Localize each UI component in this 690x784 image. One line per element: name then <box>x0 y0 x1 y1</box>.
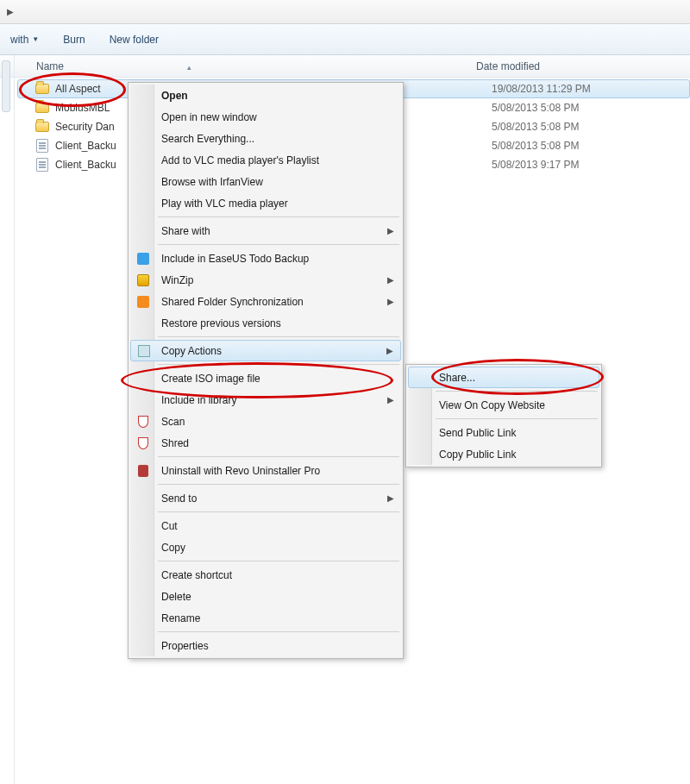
context-menu-label: Open <box>161 90 188 102</box>
context-menu-label: Shared Folder Synchronization <box>161 296 304 308</box>
context-menu-item[interactable]: Delete <box>130 586 401 607</box>
easeus-icon <box>135 251 151 267</box>
column-header-name[interactable]: Name ▴ <box>36 60 476 72</box>
context-menu-item[interactable]: Shred <box>130 432 401 454</box>
context-menu-label: Restore previous versions <box>161 317 281 329</box>
context-menu-item[interactable]: Restore previous versions <box>130 312 401 334</box>
context-menu-label: View On Copy Website <box>439 399 545 411</box>
context-menu-item[interactable]: Browse with IrfanView <box>130 171 401 192</box>
toolbar-burn-label: Burn <box>63 34 85 46</box>
file-icon <box>34 139 50 153</box>
context-menu-item[interactable]: Send Public Link <box>408 422 599 443</box>
context-menu-item[interactable]: WinZip▶ <box>130 269 401 291</box>
file-date: 5/08/2013 5:08 PM <box>492 140 579 152</box>
context-menu-item[interactable]: Share... <box>408 367 599 388</box>
context-menu-item[interactable]: Include in EaseUS Todo Backup <box>130 248 401 269</box>
context-menu-item[interactable]: Share with▶ <box>130 220 401 241</box>
context-menu-separator <box>158 336 399 337</box>
breadcrumb-chevron-icon: ▶ <box>7 7 14 16</box>
context-menu-label: Include in library <box>161 394 236 406</box>
shield-icon <box>135 414 151 430</box>
context-menu-label: Create ISO image file <box>161 373 260 385</box>
column-name-label: Name <box>36 60 64 72</box>
toolbar-with-dropdown[interactable]: with ▼ <box>5 30 44 49</box>
context-menu: OpenOpen in new windowSearch Everything.… <box>128 82 404 659</box>
context-menu-item[interactable]: Create ISO image file <box>130 367 401 389</box>
context-menu-item[interactable]: Create shortcut <box>130 564 401 586</box>
context-menu-label: Scan <box>161 416 185 428</box>
folder-icon <box>34 82 50 96</box>
toolbar-newfolder-button[interactable]: New folder <box>104 30 164 49</box>
context-menu-separator <box>158 631 399 632</box>
context-menu-label: Play with VLC media player <box>161 198 288 210</box>
context-menu-label: Rename <box>161 612 200 624</box>
revo-icon <box>135 463 151 479</box>
submenu-arrow-icon: ▶ <box>387 226 394 235</box>
context-menu-item[interactable]: Open <box>130 85 401 106</box>
context-menu-label: Properties <box>161 640 209 652</box>
copyact-icon <box>136 343 152 359</box>
context-menu-label: WinZip <box>161 274 193 286</box>
sync-icon <box>135 294 151 310</box>
folder-icon <box>34 101 50 115</box>
toolbar: with ▼ Burn New folder <box>0 24 690 55</box>
context-menu-item[interactable]: Cut <box>130 515 401 536</box>
shield-icon <box>135 436 151 451</box>
context-menu-item[interactable]: Rename <box>130 607 401 629</box>
context-menu-item[interactable]: Add to VLC media player's Playlist <box>130 149 401 171</box>
context-menu-item[interactable]: Shared Folder Synchronization▶ <box>130 291 401 312</box>
context-menu-item[interactable]: Send to▶ <box>130 487 401 509</box>
context-menu-label: Send to <box>161 492 197 505</box>
context-menu-item[interactable]: Play with VLC media player <box>130 192 401 214</box>
context-menu-item[interactable]: Properties <box>130 635 401 656</box>
context-menu-label: Search Everything... <box>161 133 254 145</box>
winzip-icon <box>135 273 151 288</box>
context-menu-item[interactable]: Include in library▶ <box>130 389 401 411</box>
context-menu-label: Delete <box>161 591 191 603</box>
context-menu-label: Copy <box>161 542 185 554</box>
context-menu-separator <box>158 216 399 217</box>
context-menu-item[interactable]: Copy Public Link <box>408 443 599 465</box>
context-menu-label: Share with <box>161 225 210 237</box>
context-menu-item[interactable]: Open in new window <box>130 106 401 128</box>
column-date-label: Date modified <box>476 60 540 72</box>
context-menu-item[interactable]: Copy <box>130 536 401 558</box>
address-bar[interactable]: ▶ <box>0 0 690 24</box>
context-menu-item[interactable]: Scan <box>130 411 401 432</box>
context-menu-separator <box>436 418 598 419</box>
folder-icon <box>34 120 50 134</box>
file-icon <box>34 158 50 172</box>
context-menu-label: Send Public Link <box>439 427 516 439</box>
submenu-arrow-icon: ▶ <box>387 395 394 405</box>
submenu-arrow-icon: ▶ <box>387 275 394 285</box>
context-menu-label: Add to VLC media player's Playlist <box>161 154 319 166</box>
context-menu-label: Open in new window <box>161 111 257 123</box>
context-menu-label: Create shortcut <box>161 569 232 581</box>
context-menu-item[interactable]: Copy Actions▶ <box>130 340 401 361</box>
context-submenu-copy-actions: Share...View On Copy WebsiteSend Public … <box>405 364 602 467</box>
sort-indicator-icon: ▴ <box>187 63 191 72</box>
context-menu-label: Uninstall with Revo Uninstaller Pro <box>161 465 320 477</box>
context-menu-separator <box>158 484 399 485</box>
submenu-arrow-icon: ▶ <box>387 493 394 503</box>
context-menu-label: Shred <box>161 437 189 449</box>
context-menu-separator <box>158 561 399 561</box>
submenu-arrow-icon: ▶ <box>386 346 393 355</box>
file-date: 5/08/2013 5:08 PM <box>492 102 579 114</box>
context-menu-label: Share... <box>439 372 475 384</box>
context-menu-label: Include in EaseUS Todo Backup <box>161 253 309 265</box>
context-menu-label: Copy Actions <box>161 345 222 357</box>
context-menu-label: Copy Public Link <box>439 448 516 461</box>
toolbar-burn-button[interactable]: Burn <box>58 30 90 49</box>
file-date: 5/08/2013 9:17 PM <box>492 159 579 171</box>
toolbar-with-label: with <box>10 34 28 46</box>
context-menu-item[interactable]: View On Copy Website <box>408 394 599 416</box>
context-menu-separator <box>158 244 399 245</box>
file-date: 5/08/2013 5:08 PM <box>492 121 579 133</box>
context-menu-label: Cut <box>161 520 178 532</box>
toolbar-newfolder-label: New folder <box>110 34 159 46</box>
column-header-date[interactable]: Date modified <box>476 60 690 72</box>
context-menu-item[interactable]: Search Everything... <box>130 128 401 149</box>
context-menu-item[interactable]: Uninstall with Revo Uninstaller Pro <box>130 460 401 481</box>
context-menu-label: Browse with IrfanView <box>161 176 263 188</box>
